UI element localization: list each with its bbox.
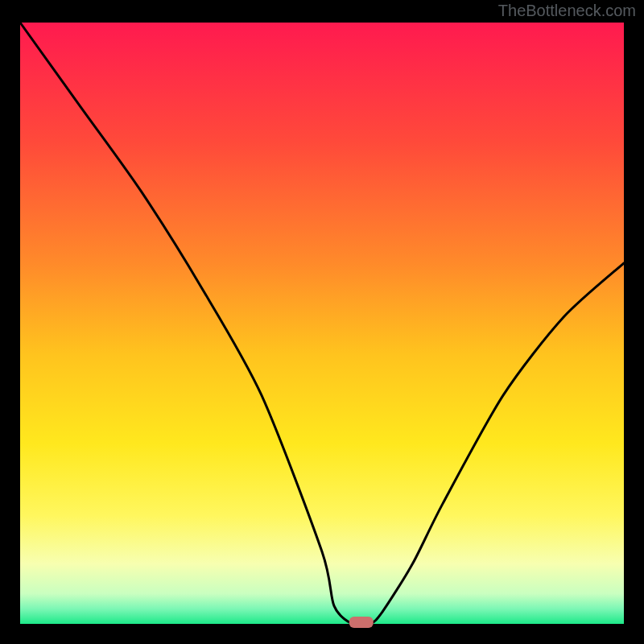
bottleneck-chart [0,0,644,644]
attribution-text: TheBottleneck.com [498,2,636,20]
chart-container: TheBottleneck.com [0,0,644,644]
chart-plot-area [20,23,624,624]
optimal-marker [349,617,374,628]
